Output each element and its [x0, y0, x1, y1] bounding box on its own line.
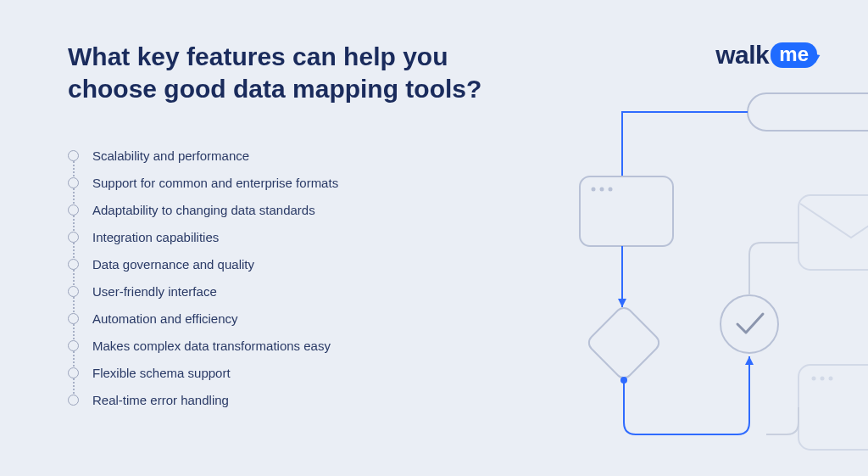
svg-point-4 — [609, 188, 613, 192]
svg-point-3 — [600, 188, 604, 192]
bullet-icon — [68, 313, 79, 324]
svg-rect-0 — [748, 93, 868, 131]
list-item-label: Data governance and quality — [92, 257, 254, 272]
bullet-icon — [68, 232, 79, 243]
list-item-label: Adaptability to changing data standards — [92, 203, 315, 217]
flowchart-decoration — [512, 85, 868, 458]
list-item-label: Flexible schema support — [92, 366, 231, 380]
bullet-icon — [68, 259, 79, 270]
list-item-label: Support for common and enterprise format… — [92, 176, 338, 190]
logo-text-me-bubble: me — [771, 42, 817, 68]
logo-text-walk: walk — [715, 41, 769, 70]
bullet-icon — [68, 340, 79, 351]
svg-point-12 — [829, 377, 833, 381]
bullet-icon — [68, 204, 79, 216]
svg-point-2 — [592, 188, 596, 192]
bullet-icon — [68, 367, 79, 378]
list-item-label: Automation and efficiency — [92, 311, 238, 326]
svg-rect-1 — [580, 176, 673, 246]
svg-point-11 — [821, 377, 825, 381]
slide-container: walk me What key features can help you c… — [0, 0, 868, 476]
bullet-icon — [68, 150, 79, 161]
walkme-logo: walk me — [715, 41, 817, 70]
svg-rect-5 — [586, 305, 663, 382]
list-item-label: Scalability and performance — [92, 148, 249, 163]
list-item-label: User-friendly interface — [92, 284, 217, 299]
list-item-label: Makes complex data transformations easy — [92, 339, 331, 353]
svg-point-8 — [721, 295, 778, 353]
list-item-label: Real-time error handling — [92, 393, 229, 407]
page-title: What key features can help you choose go… — [68, 41, 509, 104]
svg-point-10 — [812, 377, 816, 381]
bullet-icon — [68, 395, 79, 406]
svg-rect-9 — [798, 365, 868, 450]
bullet-icon — [68, 177, 79, 188]
list-item-label: Integration capabilities — [92, 230, 219, 244]
bullet-icon — [68, 286, 79, 297]
